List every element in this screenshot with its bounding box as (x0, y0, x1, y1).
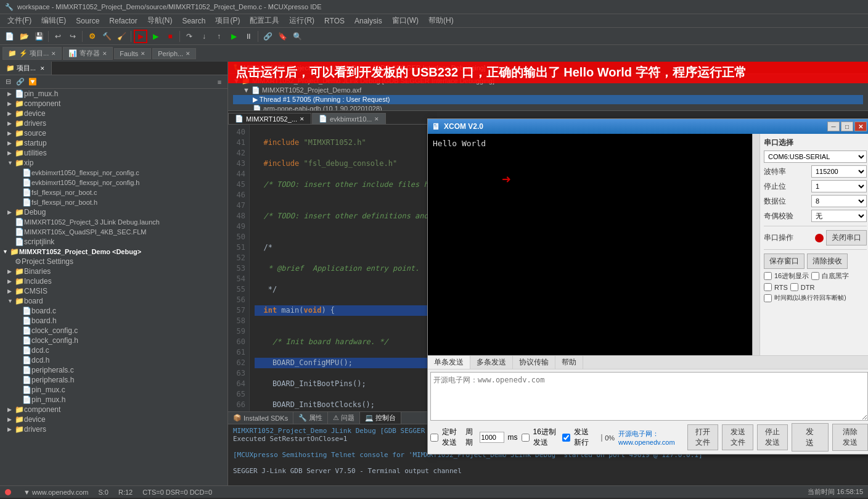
build-btn[interactable]: ⚙ (85, 30, 99, 43)
save-btn[interactable]: 💾 (32, 30, 46, 43)
tab-registers[interactable]: 📊 寄存器 ✕ (63, 47, 113, 60)
bottom-tab-console[interactable]: 💻 控制台 (360, 412, 401, 424)
close-left-tab[interactable]: ✕ (40, 65, 45, 72)
step-return-btn[interactable]: ↑ (212, 30, 226, 43)
menu-project[interactable]: 项目(P) (210, 14, 245, 27)
tree-item-dcd-h[interactable]: 📄 dcd.h (0, 355, 227, 365)
tree-item-project-settings[interactable]: ⚙ Project Settings (0, 257, 227, 266)
resume-btn[interactable]: ▶ (227, 30, 240, 43)
white-bg-check[interactable] (811, 272, 819, 280)
hex-send-check[interactable] (522, 434, 530, 442)
clear-receive-btn[interactable]: 清除接收 (807, 254, 848, 269)
tree-item-cmsis[interactable]: ▶ 📁 CMSIS (0, 286, 227, 296)
tree-item-clock-c[interactable]: 📄 clock_config.c (0, 326, 227, 336)
tree-item-board[interactable]: ▼ 📁 board (0, 296, 227, 306)
tree-item-clock-h[interactable]: 📄 clock_config.h (0, 336, 227, 345)
save-window-btn[interactable]: 保存窗口 (764, 254, 805, 269)
collapse-all-btn[interactable]: ⊟ (2, 76, 14, 88)
undo-btn[interactable]: ↩ (51, 30, 65, 43)
left-tab-projects[interactable]: 📁 项目... ✕ (0, 62, 52, 75)
stop-btn[interactable]: ■ (163, 30, 177, 43)
tree-item-component[interactable]: ▶ 📁 component (0, 99, 227, 109)
editor-tab-2[interactable]: 📄 evkbimxrt10... ✕ (312, 113, 386, 124)
xcom-send-input[interactable] (430, 372, 868, 421)
hex-display-check[interactable] (764, 272, 772, 280)
search-toolbar-btn[interactable]: 🔍 (290, 30, 304, 43)
send-file-btn[interactable]: 发送文件 (722, 424, 753, 450)
tree-item-component2[interactable]: ▶ 📁 component (0, 405, 227, 414)
redo-btn[interactable]: ↪ (66, 30, 80, 43)
debug-btn[interactable]: ▶ (134, 30, 147, 43)
view-menu-btn[interactable]: ≡ (214, 76, 225, 88)
timestamp-check[interactable] (764, 294, 772, 302)
new-btn[interactable]: 📄 (2, 30, 16, 43)
rts-check[interactable] (764, 283, 772, 291)
dtr-check[interactable] (790, 283, 798, 291)
tree-item-drivers[interactable]: ▶ 📁 drivers (0, 118, 227, 128)
run-btn[interactable]: ▶ (149, 30, 162, 43)
tree-item-peripherals-c[interactable]: 📄 peripherals.c (0, 365, 227, 375)
tree-item-includes[interactable]: ▶ 📁 Includes (0, 276, 227, 286)
editor-tab-main[interactable]: 📄 MIMXRT1052_... ✕ (228, 113, 311, 124)
xcom-close-btn[interactable]: ✕ (854, 122, 867, 131)
xcom-tab-protocol[interactable]: 协议传输 (513, 356, 555, 369)
close-editor-tab-1[interactable]: ✕ (300, 116, 305, 122)
bottom-tab-sdk[interactable]: 📦 Installed SDKs (228, 412, 293, 424)
step-over-btn[interactable]: ↷ (182, 30, 196, 43)
bottom-tab-properties[interactable]: 🔧 属性 (293, 412, 328, 424)
tab-faults[interactable]: Faults ✕ (114, 48, 151, 59)
menu-source[interactable]: Source (71, 15, 104, 27)
menu-edit[interactable]: 编辑(E) (36, 14, 71, 27)
clear-send-btn[interactable]: 清除发送 (832, 424, 868, 451)
tree-item-flm[interactable]: 📄 MIMXRT105x_QuadSPI_4KB_SEC.FLM (0, 227, 227, 237)
tree-item-jlink-launch[interactable]: 📄 MIMXRT1052_Project_3 JLink Debug.launc… (0, 217, 227, 227)
filter-btn[interactable]: 🔽 (27, 76, 38, 88)
step-into-btn[interactable]: ↓ (197, 30, 211, 43)
tree-item-flexspi-c[interactable]: 📄 evkbimxrt1050_flexspi_nor_config.c (0, 168, 227, 178)
xcom-tab-single[interactable]: 单条发送 (428, 356, 470, 369)
menu-run[interactable]: 运行(R) (284, 14, 319, 27)
tree-item-board-c[interactable]: 📄 board.c (0, 306, 227, 316)
tree-item-utilities[interactable]: ▶ 📁 utilities (0, 148, 227, 158)
link-with-editor-btn[interactable]: 🔗 (15, 76, 26, 88)
xcom-tab-multi[interactable]: 多条发送 (470, 356, 513, 369)
send-btn[interactable]: 发送 (792, 423, 829, 452)
close-tab-periph[interactable]: ✕ (186, 51, 190, 57)
menu-refactor[interactable]: Refactor (104, 15, 142, 27)
tree-item-fsl-boot-c[interactable]: 📄 fsl_flexspi_nor_boot.c (0, 188, 227, 197)
xcom-minimize-btn[interactable]: ─ (827, 122, 840, 131)
tree-item-pin-mux-h2[interactable]: 📄 pin_mux.h (0, 395, 227, 405)
clean-btn[interactable]: 🧹 (115, 30, 128, 43)
xcom-scrollbar[interactable] (752, 134, 760, 355)
menu-analysis[interactable]: Analysis (350, 15, 387, 27)
data-select[interactable]: 8 (811, 195, 867, 207)
tree-item-xip[interactable]: ▼ 📁 xip (0, 158, 227, 168)
debug-thread[interactable]: ▶ Thread #1 57005 (Running : User Reques… (233, 95, 863, 104)
tree-item-startup[interactable]: ▶ 📁 startup (0, 138, 227, 148)
tree-item-binaries[interactable]: ▶ 📁 Binaries (0, 266, 227, 276)
bottom-tab-problems[interactable]: ⚠ 问题 (328, 412, 360, 424)
menu-config[interactable]: 配置工具 (245, 14, 284, 27)
tree-item-device[interactable]: ▶ 📁 device (0, 109, 227, 118)
xcom-maximize-btn[interactable]: □ (841, 122, 853, 131)
stop-send-btn[interactable]: 停止发送 (757, 424, 788, 450)
timer-send-check[interactable] (430, 434, 438, 442)
tab-peripherals[interactable]: Periph... ✕ (152, 48, 196, 59)
menu-search[interactable]: Search (177, 15, 210, 27)
tree-item-pin-mux-c[interactable]: 📄 pin_mux.c (0, 385, 227, 395)
tree-item-peripherals-h[interactable]: 📄 peripherals.h (0, 375, 227, 385)
menu-rtos[interactable]: RTOS (319, 15, 350, 27)
menu-navigate[interactable]: 导航(N) (142, 14, 178, 27)
link-btn[interactable]: 🔗 (261, 30, 274, 43)
tab-projects[interactable]: 📁 ⚡ 项目... ✕ (2, 47, 62, 60)
close-editor-tab-2[interactable]: ✕ (374, 116, 379, 122)
tree-item-project-root[interactable]: ▼ 📁 MIMXRT1052_Project_Demo <Debug> (0, 247, 227, 257)
tree-item-dcd-c[interactable]: 📄 dcd.c (0, 345, 227, 355)
open-file-btn[interactable]: 打开文件 (687, 424, 718, 450)
close-serial-btn[interactable]: 关闭串口 (826, 230, 867, 245)
xcom-tab-help[interactable]: 帮助 (555, 356, 583, 369)
close-tab-projects[interactable]: ✕ (51, 51, 56, 57)
serial-select[interactable]: COM6:USB-SERIAL (764, 151, 867, 163)
tree-item-drivers2[interactable]: ▶ 📁 drivers (0, 424, 227, 434)
newline-check[interactable] (562, 434, 570, 442)
